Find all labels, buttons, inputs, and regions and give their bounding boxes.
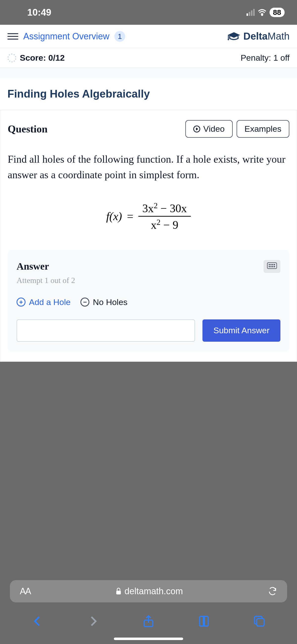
question-heading: Question	[8, 123, 48, 135]
play-icon	[193, 126, 200, 132]
svg-rect-3	[267, 263, 277, 269]
svg-point-7	[274, 264, 275, 265]
question-prompt: Find all holes of the following function…	[8, 152, 289, 183]
svg-point-9	[271, 266, 272, 267]
svg-rect-12	[116, 591, 121, 594]
answer-input[interactable]	[16, 320, 195, 342]
plus-icon: +	[16, 298, 26, 306]
url-display: deltamath.com	[31, 586, 268, 596]
keyboard-icon	[267, 262, 277, 269]
svg-point-2	[228, 39, 229, 40]
answer-section: Answer Attempt 1 out of 2 + Add a Hole −…	[8, 250, 289, 352]
reload-icon[interactable]	[268, 586, 277, 596]
svg-point-0	[261, 14, 262, 16]
topic-title: Finding Holes Algebraically	[0, 78, 297, 110]
status-time: 10:49	[27, 7, 51, 18]
equation-display: f(x) = 3x2 − 30x x2 − 9	[8, 200, 289, 233]
svg-point-10	[272, 266, 273, 267]
video-button[interactable]: Video	[186, 120, 232, 138]
minus-icon: −	[80, 298, 89, 306]
examples-button[interactable]: Examples	[236, 120, 289, 138]
lock-icon	[116, 588, 122, 595]
share-button[interactable]	[142, 615, 155, 628]
score-text: Score: 0/12	[20, 53, 64, 63]
home-indicator[interactable]	[114, 638, 183, 640]
battery-level: 88	[270, 8, 284, 17]
svg-point-4	[269, 264, 270, 265]
no-holes-button[interactable]: − No Holes	[80, 297, 128, 307]
grad-cap-icon	[227, 32, 241, 41]
status-bar: 10:49 88	[0, 0, 297, 25]
question-card: Question Video Examples Find all holes o…	[0, 110, 297, 362]
app-header: Assignment Overview 1 DeltaMath	[0, 25, 297, 48]
forward-button	[86, 615, 100, 628]
submit-answer-button[interactable]: Submit Answer	[202, 320, 280, 342]
bookmarks-button[interactable]	[198, 615, 210, 628]
svg-rect-14	[257, 618, 264, 626]
text-size-button[interactable]: AA	[20, 586, 31, 596]
browser-chrome: AA deltamath.com	[0, 573, 297, 644]
menu-icon[interactable]	[8, 31, 18, 42]
tabs-button[interactable]	[253, 615, 266, 628]
answer-heading: Answer	[16, 260, 49, 272]
assignment-count-badge: 1	[114, 31, 125, 42]
back-button[interactable]	[31, 615, 44, 628]
assignment-overview-link[interactable]: Assignment Overview	[23, 31, 110, 42]
wifi-icon	[258, 9, 266, 16]
url-bar[interactable]: AA deltamath.com	[10, 580, 287, 602]
keypad-button[interactable]	[264, 260, 280, 273]
add-hole-button[interactable]: + Add a Hole	[16, 297, 70, 307]
browser-toolbar	[0, 607, 297, 638]
penalty-text: Penalty: 1 off	[240, 53, 290, 63]
svg-point-5	[271, 264, 272, 265]
svg-point-6	[272, 264, 273, 265]
svg-point-11	[274, 266, 275, 267]
attempt-counter: Attempt 1 out of 2	[16, 276, 280, 285]
progress-spinner-icon	[8, 54, 16, 62]
signal-icon	[246, 9, 255, 16]
score-bar: Score: 0/12 Penalty: 1 off	[0, 48, 297, 68]
deltamath-logo[interactable]: DeltaMath	[227, 31, 290, 42]
status-indicators: 88	[246, 8, 284, 17]
svg-point-8	[269, 266, 270, 267]
